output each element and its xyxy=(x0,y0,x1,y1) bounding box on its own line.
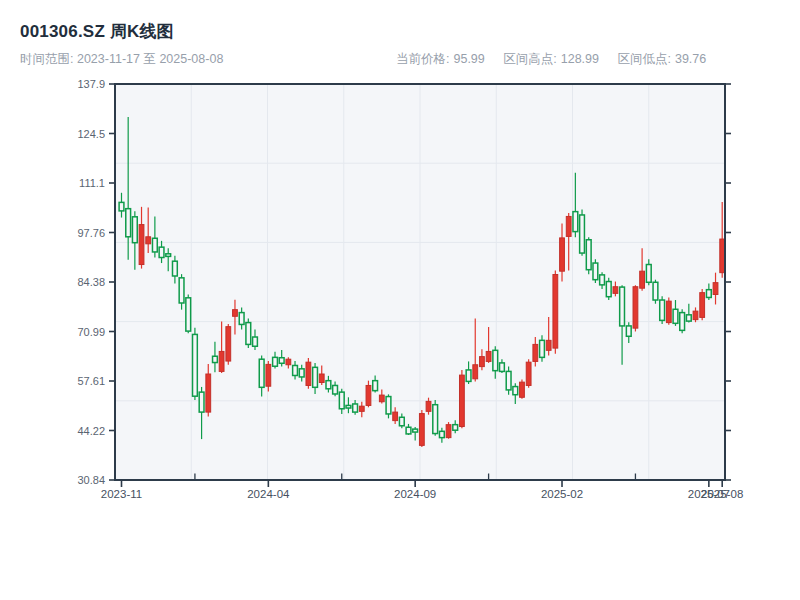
figure: 001306.SZ 周K线图 时间范围: 2023-11-17 至 2025-0… xyxy=(0,0,800,600)
candle-body xyxy=(439,431,444,437)
candle-body xyxy=(433,405,438,434)
candle-body xyxy=(193,334,198,396)
candle-body xyxy=(132,217,137,243)
y-tick-label: 70.99 xyxy=(77,326,105,338)
candle-body xyxy=(453,425,458,431)
candle-body xyxy=(606,282,611,297)
candle xyxy=(633,285,638,331)
candle xyxy=(526,359,531,387)
candle xyxy=(606,278,611,300)
candle-body xyxy=(600,275,605,285)
candle xyxy=(246,319,251,349)
candle-body xyxy=(353,404,358,412)
candle-body xyxy=(459,375,464,426)
candle-body xyxy=(126,209,131,237)
candle-body xyxy=(293,365,298,375)
candle-body xyxy=(346,405,351,408)
candle-body xyxy=(213,356,218,362)
candle-body xyxy=(513,387,518,395)
candle xyxy=(660,296,665,324)
candle-body xyxy=(199,392,204,412)
candle-body xyxy=(466,370,471,381)
candle-body xyxy=(620,287,625,326)
candle-body xyxy=(239,313,244,325)
candle xyxy=(433,400,438,436)
candle-body xyxy=(419,414,424,446)
y-tick-label: 84.38 xyxy=(77,276,105,288)
candle-body xyxy=(660,300,665,320)
candle-body xyxy=(560,238,565,271)
x-tick-label: 2025-08 xyxy=(701,488,743,500)
candle-body xyxy=(593,263,598,280)
candle-body xyxy=(159,247,164,257)
candle xyxy=(506,367,511,395)
candle-body xyxy=(152,238,157,252)
candle-body xyxy=(526,362,531,385)
candle-body xyxy=(700,293,705,318)
candle xyxy=(226,324,231,365)
candle-body xyxy=(233,310,238,317)
candle-body xyxy=(359,406,364,411)
candle-body xyxy=(720,239,725,273)
candle-body xyxy=(326,381,331,389)
candle-body xyxy=(266,364,271,386)
candle-body xyxy=(259,359,264,387)
x-tick-label: 2023-11 xyxy=(101,488,142,500)
candle-body xyxy=(640,271,645,288)
candle-body xyxy=(646,265,651,283)
candle-body xyxy=(500,363,505,372)
candle-body xyxy=(506,371,511,389)
candle-body xyxy=(139,225,144,265)
candle-body xyxy=(426,401,431,411)
candle xyxy=(580,209,585,255)
y-tick-label: 57.61 xyxy=(77,375,105,387)
candle-body xyxy=(373,381,378,391)
candle-body xyxy=(666,301,671,322)
candle xyxy=(586,237,591,274)
candle-body xyxy=(586,240,591,270)
y-tick-label: 44.22 xyxy=(77,425,105,437)
candle-body xyxy=(306,362,311,385)
candle-body xyxy=(226,327,231,361)
candle xyxy=(520,380,525,399)
candle xyxy=(680,309,685,333)
candle-body xyxy=(206,374,211,412)
candle xyxy=(653,280,658,304)
candle-body xyxy=(186,298,191,331)
candle-body xyxy=(446,425,451,438)
x-tick-label: 2024-09 xyxy=(394,488,436,500)
candle-body xyxy=(246,323,251,345)
y-tick-label: 111.1 xyxy=(79,177,105,189)
candle xyxy=(419,410,424,447)
candle-body xyxy=(566,216,571,236)
candle-body xyxy=(366,385,371,405)
candle-body xyxy=(413,429,418,432)
candle xyxy=(459,370,464,428)
candle-body xyxy=(693,311,698,320)
candle-body xyxy=(333,385,338,394)
candle xyxy=(446,422,451,439)
y-tick-label: 30.84 xyxy=(77,474,105,486)
candle-body xyxy=(146,237,151,244)
candle-body xyxy=(172,261,177,276)
candle-body xyxy=(546,340,551,350)
candle-body xyxy=(580,215,585,253)
candle-body xyxy=(540,340,545,357)
candle-body xyxy=(680,313,685,331)
candle-body xyxy=(533,344,538,361)
candle-body xyxy=(299,369,304,377)
candle-body xyxy=(713,283,718,295)
weekly-kline-chart: 137.9124.5111.197.7684.3870.9957.6144.22… xyxy=(0,0,800,600)
candle xyxy=(700,289,705,320)
candle-body xyxy=(166,254,171,257)
candle-body xyxy=(273,357,278,366)
candle-body xyxy=(119,202,124,211)
candle-body xyxy=(393,412,398,421)
candle-body xyxy=(493,350,498,370)
candle-body xyxy=(673,309,678,323)
candle xyxy=(306,358,311,389)
candle-body xyxy=(626,326,631,336)
candle-body xyxy=(339,392,344,409)
candle xyxy=(193,328,198,400)
candle-body xyxy=(286,359,291,365)
